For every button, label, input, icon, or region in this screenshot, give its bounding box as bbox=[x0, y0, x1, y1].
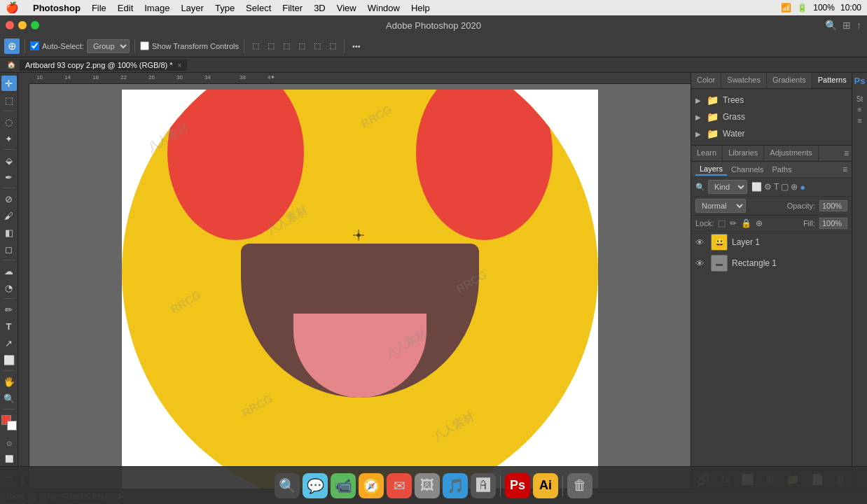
dock-photos[interactable]: 🖼 bbox=[415, 473, 440, 498]
transform-controls-control[interactable]: Show Transform Controls bbox=[140, 41, 239, 50]
dock-facetime[interactable]: 📹 bbox=[331, 473, 356, 498]
filter-adjust-icon[interactable]: ⚙ bbox=[764, 182, 772, 192]
auto-select-checkbox[interactable] bbox=[30, 41, 39, 50]
hand-tool[interactable]: 🖐 bbox=[1, 374, 17, 389]
lock-position-icon[interactable]: 🔒 bbox=[741, 218, 751, 228]
crop-tool[interactable]: ⬙ bbox=[1, 153, 17, 168]
stamp-tool[interactable]: ◧ bbox=[1, 225, 17, 240]
panels-icon[interactable]: ⊞ bbox=[842, 20, 851, 31]
patterns-tab[interactable]: Patterns bbox=[812, 73, 853, 88]
filter-type-icon[interactable]: T bbox=[774, 182, 779, 192]
apple-menu[interactable]: 🍎 bbox=[6, 1, 19, 14]
filter-pixel-icon[interactable]: ⬜ bbox=[751, 182, 762, 192]
layers-subtab[interactable]: Layers bbox=[695, 163, 727, 176]
dock-ps[interactable]: Ps bbox=[505, 473, 530, 498]
dodge-tool[interactable]: ◔ bbox=[1, 280, 17, 295]
swatches-tab[interactable]: Swatches bbox=[721, 73, 767, 88]
layer-1-row[interactable]: 👁 😀 Layer 1 bbox=[691, 232, 852, 253]
dock-trash[interactable]: 🗑 bbox=[567, 473, 592, 498]
eraser-tool[interactable]: ◻ bbox=[1, 241, 17, 257]
quick-mask-button[interactable]: ⊙ bbox=[2, 436, 16, 450]
type-tool[interactable]: T bbox=[1, 318, 17, 334]
menu-window[interactable]: Window bbox=[368, 3, 400, 13]
color-tab[interactable]: Color bbox=[691, 73, 721, 88]
layer-kind-dropdown[interactable]: Kind bbox=[708, 180, 747, 194]
dock-music[interactable]: 🎵 bbox=[443, 473, 468, 498]
dock-messages[interactable]: 💬 bbox=[303, 473, 328, 498]
adjustments-tab[interactable]: Adjustments bbox=[764, 146, 819, 161]
fill-input[interactable] bbox=[819, 218, 847, 229]
menu-edit[interactable]: Edit bbox=[118, 3, 133, 13]
move-tool-button[interactable]: ⊕ bbox=[4, 38, 20, 54]
minimize-button[interactable] bbox=[18, 21, 27, 29]
gradients-tab[interactable]: Gradients bbox=[767, 73, 812, 88]
lasso-tool[interactable]: ◌ bbox=[1, 114, 17, 130]
stock-icon[interactable]: St bbox=[856, 95, 863, 103]
filter-smart-icon[interactable]: ⊕ bbox=[791, 182, 798, 192]
menu-help[interactable]: Help bbox=[411, 3, 430, 13]
zoom-tool[interactable]: 🔍 bbox=[1, 391, 17, 406]
search-icon[interactable]: 🔍 bbox=[825, 20, 837, 31]
paths-subtab[interactable]: Paths bbox=[768, 164, 796, 175]
align-bottom-button[interactable]: ⬚ bbox=[326, 40, 339, 52]
menu-type[interactable]: Type bbox=[215, 3, 235, 13]
dock-appstore[interactable]: 🅰 bbox=[471, 473, 496, 498]
expand-panel-icon[interactable]: ≡ bbox=[858, 106, 862, 113]
filter-shape-icon[interactable]: ▢ bbox=[781, 182, 789, 192]
rectangle-1-visibility[interactable]: 👁 bbox=[695, 258, 707, 269]
layer-1-visibility[interactable]: 👁 bbox=[695, 237, 707, 248]
menu-3d[interactable]: 3D bbox=[314, 3, 326, 13]
more-options-button[interactable]: ••• bbox=[349, 41, 363, 52]
libraries-tab[interactable]: Libraries bbox=[723, 146, 764, 161]
menu-image[interactable]: Image bbox=[144, 3, 169, 13]
brush-tool[interactable]: 🖌 bbox=[1, 208, 17, 223]
align-right-button[interactable]: ⬚ bbox=[280, 40, 293, 52]
shape-tool[interactable]: ⬜ bbox=[1, 352, 17, 368]
mid-panel-menu[interactable]: ≡ bbox=[841, 146, 852, 161]
collapse-panel-icon[interactable]: ≡ bbox=[857, 116, 861, 125]
rectangle-1-row[interactable]: 👁 ▬ Rectangle 1 bbox=[691, 253, 852, 274]
blur-tool[interactable]: ☁ bbox=[1, 263, 17, 279]
share-icon[interactable]: ↑ bbox=[856, 20, 861, 31]
align-left-button[interactable]: ⬚ bbox=[249, 40, 262, 52]
menu-layer[interactable]: Layer bbox=[181, 3, 204, 13]
magic-wand-tool[interactable]: ✦ bbox=[1, 131, 17, 146]
background-color[interactable] bbox=[7, 421, 17, 430]
trees-pattern-item[interactable]: ▶ 📁 Trees bbox=[691, 92, 852, 108]
lock-transparent-icon[interactable]: ⬚ bbox=[718, 218, 726, 228]
group-select-dropdown[interactable]: Group Layer bbox=[87, 39, 130, 53]
close-button[interactable] bbox=[6, 21, 14, 29]
healing-tool[interactable]: ⊘ bbox=[1, 191, 17, 206]
tab-close-button[interactable]: × bbox=[178, 62, 182, 69]
learn-tab[interactable]: Learn bbox=[691, 146, 723, 161]
maximize-button[interactable] bbox=[31, 21, 39, 29]
channels-subtab[interactable]: Channels bbox=[727, 164, 768, 175]
align-center-v-button[interactable]: ⬚ bbox=[265, 40, 277, 52]
transform-controls-checkbox[interactable] bbox=[140, 41, 149, 50]
canvas-content[interactable]: 八人素材 RRCG 八人素材 RRCG 八人素材 RRCG 八人素材 RRCG bbox=[29, 84, 691, 489]
screen-mode-button[interactable]: ⬜ bbox=[2, 451, 16, 465]
dock-ai[interactable]: Ai bbox=[533, 473, 558, 498]
blend-mode-dropdown[interactable]: Normal bbox=[695, 199, 746, 213]
align-top-button[interactable]: ⬚ bbox=[296, 40, 308, 52]
lock-artboard-icon[interactable]: ⊕ bbox=[756, 218, 763, 228]
home-button[interactable]: 🏠 bbox=[6, 59, 17, 71]
grass-pattern-item[interactable]: ▶ 📁 Grass bbox=[691, 108, 852, 125]
menu-filter[interactable]: Filter bbox=[282, 3, 303, 13]
move-tool[interactable]: ✛ bbox=[1, 76, 17, 91]
menu-file[interactable]: File bbox=[92, 3, 106, 13]
layers-panel-menu[interactable]: ≡ bbox=[842, 164, 847, 174]
marquee-tool[interactable]: ⬚ bbox=[1, 92, 17, 108]
filter-toggle-icon[interactable]: ● bbox=[800, 182, 805, 192]
path-select-tool[interactable]: ↗ bbox=[1, 335, 17, 351]
dock-safari[interactable]: 🧭 bbox=[359, 473, 384, 498]
color-swatches[interactable] bbox=[1, 415, 17, 430]
dock-finder[interactable]: 🔍 bbox=[275, 473, 300, 498]
menu-select[interactable]: Select bbox=[246, 3, 271, 13]
app-name[interactable]: Photoshop bbox=[33, 3, 81, 13]
auto-select-control[interactable]: Auto-Select: Group Layer bbox=[30, 39, 130, 53]
canvas-area[interactable]: 10 14 18 22 26 30 34 38 4✦ 100 3 2 1 bbox=[18, 73, 691, 489]
opacity-input[interactable] bbox=[819, 200, 847, 211]
document-tab[interactable]: Artboard 93 copy 2.png @ 100% (RGB/8) * … bbox=[20, 59, 187, 71]
menu-view[interactable]: View bbox=[337, 3, 356, 13]
